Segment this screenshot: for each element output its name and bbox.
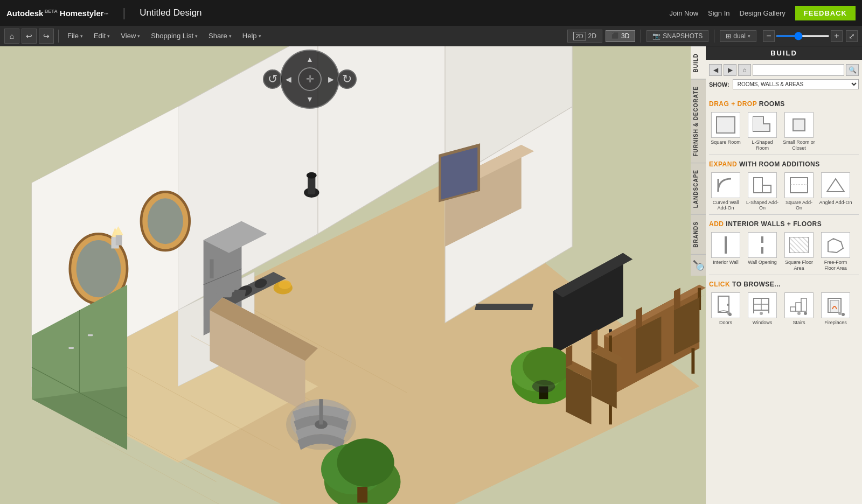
share-menu[interactable]: Share ▾ <box>204 30 236 42</box>
target-icon: ✛ <box>306 73 314 85</box>
zoom-minus-button[interactable]: − <box>763 30 775 42</box>
view-3d-icon: ⬛ <box>611 32 619 39</box>
navigation-center[interactable]: ✛ <box>298 67 322 91</box>
freeform-floor-icon-box <box>821 232 850 258</box>
panel-home-button[interactable]: ⌂ <box>738 64 751 76</box>
fireplaces-item[interactable]: Fireplaces <box>819 292 852 326</box>
angled-addon-label: Angled Add-On <box>819 200 852 206</box>
pan-down-button[interactable]: ▼ <box>306 95 314 103</box>
panel-back-button[interactable]: ◀ <box>709 64 722 76</box>
camera-icon: 📷 <box>652 32 661 40</box>
undo-button[interactable]: ↩ <box>22 29 37 44</box>
svg-point-113 <box>838 312 842 315</box>
curved-wall-item[interactable]: Curved Wall Add-On <box>709 172 742 212</box>
angled-addon-item[interactable]: Angled Add-On <box>819 172 852 212</box>
build-tab[interactable]: BUILD <box>691 46 706 79</box>
view-2d-button[interactable]: 2D 2D <box>567 30 602 43</box>
redo-button[interactable]: ↪ <box>39 29 54 44</box>
l-shaped-addon-icon <box>753 177 772 194</box>
right-panel: BUILD FURNISH & DECORATE LANDSCAPE BRAND… <box>706 46 862 504</box>
svg-rect-84 <box>116 235 122 246</box>
dual-button[interactable]: ⊞ dual ▾ <box>720 30 756 42</box>
join-now-link[interactable]: Join Now <box>670 9 698 17</box>
view-2d-label: 2D <box>588 32 596 40</box>
view-3d-button[interactable]: ⬛ 3D <box>606 30 635 42</box>
rotate-right-button[interactable]: ↻ <box>337 69 357 89</box>
freeform-floor-item[interactable]: Free-Form Floor Area <box>819 232 852 271</box>
l-shaped-addon-icon-box <box>748 172 777 198</box>
square-floor-item[interactable]: Square Floor Area <box>782 232 816 271</box>
svg-marker-69 <box>566 345 572 367</box>
l-shaped-addon-item[interactable]: L-Shaped Add-On <box>746 172 779 212</box>
dual-arrow: ▾ <box>748 33 750 39</box>
view-menu[interactable]: View ▾ <box>116 30 144 42</box>
design-gallery-link[interactable]: Design Gallery <box>740 9 785 17</box>
furnish-decorate-tab[interactable]: FURNISH & DECORATE <box>691 79 706 163</box>
square-room-label: Square Room <box>711 139 741 145</box>
svg-marker-75 <box>674 288 680 310</box>
freeform-floor-label: Free-Form Floor Area <box>819 260 852 271</box>
square-room-item[interactable]: Square Room <box>709 112 742 151</box>
brands-tab[interactable]: BRANDS <box>691 214 706 254</box>
view-2d-icon: 2D <box>573 32 586 40</box>
svg-point-40 <box>279 280 291 289</box>
landscape-tab[interactable]: LANDSCAPE <box>691 163 706 214</box>
svg-point-83 <box>307 172 317 179</box>
wall-opening-item[interactable]: Wall Opening <box>746 232 779 271</box>
svg-rect-38 <box>233 290 246 299</box>
drag-drop-highlight: DRAG + DROP <box>709 100 757 108</box>
square-floor-label: Square Floor Area <box>782 260 816 271</box>
snapshots-button[interactable]: 📷 SNAPSHOTS <box>646 30 708 42</box>
help-menu[interactable]: Help ▾ <box>238 30 266 42</box>
magnify-tab[interactable]: 🔍 <box>691 254 706 276</box>
pan-left-button[interactable]: ◀ <box>286 75 291 83</box>
svg-point-47 <box>337 438 394 487</box>
panel-forward-button[interactable]: ▶ <box>724 64 736 76</box>
section-divider-2 <box>709 214 859 215</box>
edit-menu[interactable]: Edit ▾ <box>89 30 114 42</box>
square-room-icon-box <box>711 112 740 138</box>
windows-icon-box <box>748 292 777 318</box>
svg-marker-95 <box>828 239 843 253</box>
svg-rect-88 <box>754 178 762 193</box>
svg-point-114 <box>842 313 845 316</box>
zoom-slider[interactable] <box>776 35 830 37</box>
view-mode-group: 2D 2D ⬛ 3D 📷 SNAPSHOTS ⊞ dual ▾ <box>567 30 756 43</box>
stairs-icon-box <box>784 292 814 318</box>
sign-in-link[interactable]: Sign In <box>708 9 729 17</box>
square-addon-item[interactable]: Square Add-On <box>782 172 816 212</box>
panel-search-input[interactable] <box>753 64 844 76</box>
file-menu[interactable]: File ▾ <box>63 30 87 42</box>
doors-item[interactable]: Doors <box>709 292 742 326</box>
svg-rect-48 <box>357 487 367 503</box>
rotate-left-button[interactable]: ↺ <box>263 69 282 89</box>
svg-rect-82 <box>308 177 315 194</box>
home-button[interactable]: ⌂ <box>4 29 19 44</box>
feedback-button[interactable]: FEEDBACK <box>795 6 856 20</box>
section-divider-3 <box>709 275 859 275</box>
doors-label: Doors <box>719 320 732 326</box>
svg-marker-86 <box>753 116 770 131</box>
show-dropdown[interactable]: ROOMS, WALLS & AREAS ALL FLOORS ONLY <box>733 79 859 89</box>
pan-up-button[interactable]: ▲ <box>306 55 314 64</box>
panel-search-button[interactable]: 🔍 <box>846 64 859 76</box>
canvas-area[interactable]: ↺ ▲ ▼ ◀ ▶ ✛ ↻ <box>0 46 706 504</box>
windows-item[interactable]: Windows <box>746 292 779 326</box>
square-addon-label: Square Add-On <box>782 200 816 212</box>
browse-grid: Doors Windows <box>709 292 859 326</box>
square-room-icon <box>716 116 735 134</box>
interior-wall-item[interactable]: Interior Wall <box>709 232 742 271</box>
title-separator: | <box>123 6 126 20</box>
l-shaped-room-item[interactable]: L-Shaped Room <box>746 112 779 151</box>
zoom-plus-button[interactable]: + <box>831 30 843 42</box>
shopping-list-menu[interactable]: Shopping List ▾ <box>147 30 202 42</box>
stairs-item[interactable]: Stairs <box>782 292 816 326</box>
logo-area: Autodesk BETA Homestyler™ <box>6 9 109 18</box>
svg-rect-89 <box>762 185 771 193</box>
l-shaped-room-icon <box>753 116 772 134</box>
pan-right-button[interactable]: ▶ <box>328 75 334 83</box>
svg-rect-53 <box>475 304 533 310</box>
fullscreen-button[interactable]: ⤢ <box>846 30 858 42</box>
svg-point-18 <box>148 198 183 244</box>
small-room-item[interactable]: Small Room or Closet <box>782 112 816 151</box>
